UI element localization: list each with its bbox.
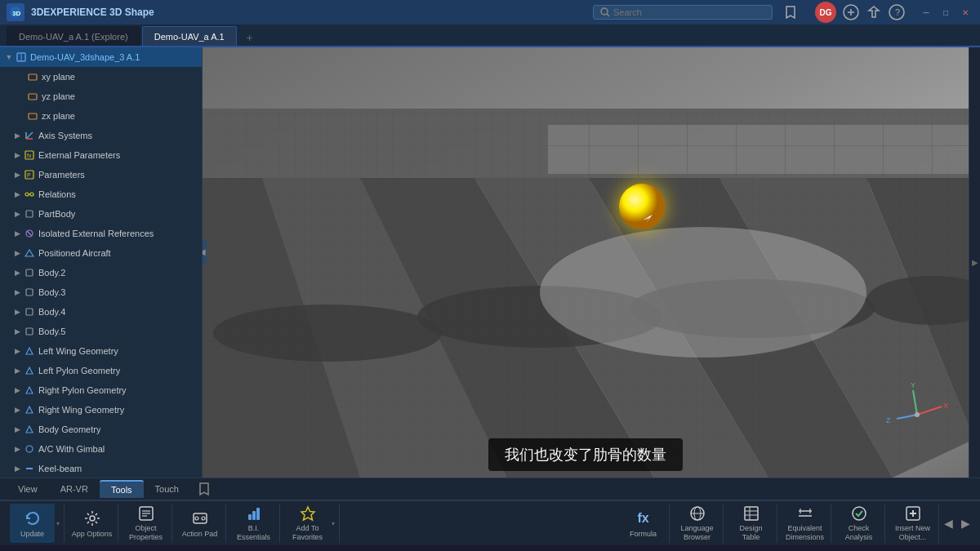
formula-button[interactable]: fx Formula [621, 504, 666, 543]
svg-marker-34 [26, 387, 33, 393]
tree-item-xy-plane[interactable]: xy plane [0, 67, 202, 87]
expand-icon[interactable]: ▶ [11, 149, 23, 161]
add-icon[interactable] [843, 4, 859, 20]
help-icon[interactable]: ? [889, 4, 905, 20]
close-button[interactable]: ✕ [957, 5, 973, 20]
svg-point-22 [30, 193, 33, 196]
svg-point-61 [213, 304, 442, 362]
tab-explore[interactable]: Demo-UAV_a A.1 (Explore) [7, 26, 140, 46]
expand-icon[interactable]: ▶ [11, 365, 23, 376]
equivalent-dimensions-button[interactable]: Equivalent Dimensions [782, 504, 827, 543]
svg-rect-24 [26, 211, 33, 217]
bi-essentials-button[interactable]: B.I. Essentials [231, 504, 276, 543]
expand-icon[interactable]: ▼ [3, 51, 15, 63]
check-analysis-icon [849, 504, 869, 522]
tree-item-relations[interactable]: ▶ Relations [0, 184, 202, 204]
tree-item-root[interactable]: ▼ Demo-UAV_3dshape_3 A.1 [0, 47, 202, 67]
app-options-button[interactable]: App Options [69, 504, 114, 543]
tab-view[interactable]: View [7, 481, 49, 497]
svg-point-87 [195, 517, 198, 520]
expand-icon[interactable]: ▶ [11, 267, 23, 278]
design-table-button[interactable]: Design Table [728, 504, 773, 543]
expand-icon[interactable]: ▶ [11, 130, 23, 141]
add-favorites-button[interactable]: Add To Favorites [285, 504, 330, 543]
expand-icon[interactable]: ▶ [11, 208, 23, 220]
tab-add-button[interactable]: + [242, 29, 258, 46]
svg-text:X: X [943, 402, 948, 410]
maximize-button[interactable]: □ [938, 5, 954, 20]
expand-icon[interactable]: ▶ [11, 463, 23, 474]
tree-item-right-wing[interactable]: ▶ Right Wing Geometry [0, 400, 202, 420]
equiv-dim-icon [795, 504, 815, 522]
tree-item-parameters[interactable]: ▶ P Parameters [0, 165, 202, 184]
tree-item-left-pylon[interactable]: ▶ Left Pylon Geometry [0, 361, 202, 380]
update-button[interactable]: Update [10, 504, 55, 543]
check-analysis-button[interactable]: Check Analysis [836, 504, 881, 543]
expand-icon[interactable]: ▶ [11, 228, 23, 239]
toolbar-expand-fav[interactable]: ▾ [331, 520, 336, 527]
toolbar-nav-left[interactable]: ◀ [941, 517, 956, 530]
svg-rect-13 [29, 113, 37, 119]
tree-item-ac-gimbal[interactable]: ▶ A/C With Gimbal [0, 439, 202, 459]
svg-marker-33 [26, 367, 33, 374]
search-box[interactable] [593, 5, 773, 20]
tree-item-axis-systems[interactable]: ▶ Axis Systems [0, 126, 202, 145]
expand-icon[interactable]: ▶ [11, 169, 23, 180]
right-collapse-handle[interactable]: ▶ [969, 47, 980, 478]
body-icon [23, 266, 36, 279]
tree-item-positioned[interactable]: ▶ Positioned Aircraft [0, 243, 202, 263]
share-icon[interactable] [866, 4, 882, 20]
tree-item-isolated[interactable]: ▶ Isolated External References [0, 224, 202, 243]
tree-item-body3[interactable]: ▶ Body.3 [0, 282, 202, 302]
expand-icon[interactable]: ▶ [11, 189, 23, 200]
tab-ar-vr[interactable]: AR-VR [49, 481, 100, 497]
tree-item-body4[interactable]: ▶ Body.4 [0, 302, 202, 322]
svg-rect-90 [252, 511, 256, 520]
insert-object-icon [903, 504, 923, 522]
relation-icon [23, 188, 36, 201]
tree-item-body-geometry[interactable]: ▶ Body Geometry [0, 420, 202, 439]
bookmark-icon[interactable] [782, 4, 799, 20]
expand-icon[interactable]: ▶ [11, 247, 23, 259]
search-input[interactable] [613, 7, 752, 17]
svg-text:P: P [27, 172, 31, 178]
tree-item-right-pylon[interactable]: ▶ Right Pylon Geometry [0, 380, 202, 400]
language-browser-button[interactable]: Language Browser [675, 504, 719, 543]
tab-tools[interactable]: Tools [100, 480, 144, 498]
expand-icon[interactable]: ▶ [11, 306, 23, 318]
expand-icon[interactable]: ▶ [11, 424, 23, 435]
tree-item-body2[interactable]: ▶ Body.2 [0, 263, 202, 282]
tree-item-external-parameters[interactable]: ▶ fx External Parameters [0, 145, 202, 165]
minimize-button[interactable]: ─ [918, 5, 934, 20]
object-properties-button[interactable]: Object Properties [123, 504, 168, 543]
body-icon [23, 325, 36, 338]
svg-point-21 [25, 193, 29, 196]
tree-item-zx-plane[interactable]: zx plane [0, 106, 202, 126]
expand-icon[interactable]: ▶ [11, 443, 23, 455]
viewport[interactable]: X Y Z ◀ 我们也改变了肋骨的数量 [203, 47, 969, 478]
action-pad-button[interactable]: Action Pad [177, 504, 222, 543]
toolbar-expand-update[interactable]: ▾ [56, 520, 60, 527]
tree-item-partbody[interactable]: ▶ PartBody [0, 204, 202, 224]
expand-icon[interactable]: ▶ [11, 287, 23, 298]
svg-rect-96 [745, 507, 758, 520]
svg-rect-69 [548, 125, 969, 174]
tab-touch[interactable]: Touch [144, 481, 190, 497]
svg-rect-30 [26, 309, 33, 315]
expand-icon[interactable]: ▶ [11, 404, 23, 415]
expand-icon[interactable]: ▶ [11, 384, 23, 396]
expand-icon[interactable]: ▶ [11, 326, 23, 337]
tree-item-left-wing[interactable]: ▶ Left Wing Geometry [0, 341, 202, 361]
tree-item-body5[interactable]: ▶ Body.5 [0, 322, 202, 341]
user-avatar[interactable]: DG [815, 2, 836, 23]
tree-item-keel-beam[interactable]: ▶ Keel-beam [0, 459, 202, 478]
toolbar-nav-right[interactable]: ▶ [958, 517, 973, 530]
tab-active[interactable]: Demo-UAV_a A.1 [142, 26, 237, 46]
bookmark-icon[interactable] [197, 482, 212, 496]
tree-item-yz-plane[interactable]: yz plane [0, 87, 202, 106]
expand-icon[interactable]: ▶ [11, 345, 23, 357]
plane-icon [26, 90, 39, 103]
action-pad-icon [190, 509, 210, 528]
insert-object-button[interactable]: Insert New Object... [890, 504, 935, 543]
svg-point-88 [202, 517, 205, 520]
